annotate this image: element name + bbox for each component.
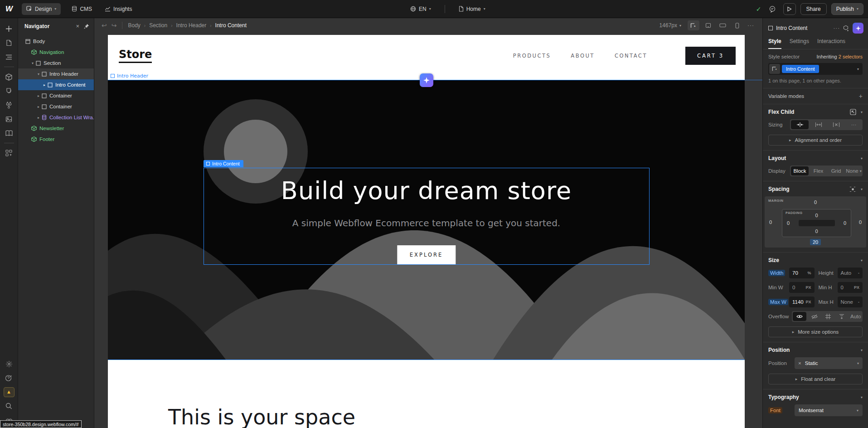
hero-subtitle[interactable]: A simple Webflow Ecommerce template to g…: [108, 218, 745, 229]
overflow-scroll-button[interactable]: [835, 311, 849, 322]
help-button[interactable]: [0, 371, 18, 385]
add-elements-button[interactable]: [0, 22, 18, 36]
chevron-down-icon[interactable]: ▾: [861, 110, 863, 114]
create-component-button[interactable]: [843, 25, 849, 31]
tree-item-container[interactable]: ▸ Container: [18, 90, 94, 101]
tab-style[interactable]: Style: [768, 38, 781, 49]
pages-button[interactable]: [0, 36, 18, 50]
tree-item-collection-list[interactable]: ▸ Collection List Wra...: [18, 112, 94, 123]
breadcrumb-intro-content[interactable]: Intro Content: [215, 22, 247, 29]
site-logo[interactable]: Store: [119, 48, 152, 63]
add-variable-mode-button[interactable]: +: [859, 92, 863, 100]
breakpoint-phone-landscape-button[interactable]: [717, 20, 728, 30]
undo-button[interactable]: ↩: [102, 22, 107, 29]
sizing-shrink-button[interactable]: [791, 120, 809, 129]
settings-button[interactable]: [0, 357, 18, 371]
width-input[interactable]: 70%: [789, 268, 815, 278]
tree-item-section[interactable]: ▾ Section: [18, 58, 94, 68]
padding-bottom-value[interactable]: 0: [782, 229, 851, 234]
tree-item-intro-header[interactable]: ▾ Intro Header: [18, 68, 94, 79]
breadcrumb-section[interactable]: Section: [149, 22, 167, 29]
hero-title[interactable]: Build your dream store: [108, 176, 745, 205]
breakpoint-desktop-button[interactable]: *: [688, 20, 699, 30]
class-selector-input[interactable]: * Intro Content ▾: [768, 63, 863, 75]
display-grid-button[interactable]: Grid: [827, 165, 845, 176]
chevron-down-icon[interactable]: ▾: [861, 187, 863, 191]
tree-item-container[interactable]: ▸ Container: [18, 101, 94, 112]
site-nav-contact[interactable]: CONTACT: [615, 53, 647, 59]
style-manager-button[interactable]: [0, 84, 18, 98]
display-flex-button[interactable]: Flex: [810, 165, 827, 176]
comments-button[interactable]: [766, 3, 779, 15]
float-clear-button[interactable]: ▸ Float and clear: [768, 374, 863, 384]
tree-item-newsletter[interactable]: Newsletter: [18, 123, 94, 134]
libraries-button[interactable]: [0, 126, 18, 140]
chevron-collapsed-icon[interactable]: ▸: [36, 105, 41, 109]
navigator-button[interactable]: [0, 50, 18, 64]
spacing-mode-icon[interactable]: [849, 186, 856, 192]
inherited-selectors-link[interactable]: 2 selectors: [839, 54, 863, 59]
viewport-width-dropdown[interactable]: 1467px ▾: [659, 22, 681, 29]
preview-button[interactable]: [783, 3, 796, 15]
tree-item-body[interactable]: Body: [18, 36, 94, 47]
clear-icon[interactable]: ×: [798, 360, 801, 366]
breadcrumb-intro-header[interactable]: Intro Header: [176, 22, 207, 29]
pin-icon[interactable]: [84, 24, 89, 29]
sizing-none-button[interactable]: [827, 119, 845, 130]
search-button[interactable]: [0, 399, 18, 413]
more-breakpoints-button[interactable]: ···: [747, 22, 754, 29]
padding-top-value[interactable]: 0: [782, 213, 851, 218]
share-button[interactable]: Share: [800, 3, 827, 15]
components-button[interactable]: [0, 70, 18, 84]
chevron-collapsed-icon[interactable]: ▸: [36, 94, 41, 98]
insights-button[interactable]: Insights: [100, 3, 136, 15]
max-width-input[interactable]: 1140PX: [789, 297, 815, 307]
height-input[interactable]: Auto-: [838, 268, 863, 278]
max-height-input[interactable]: None-: [838, 297, 863, 307]
chevron-collapsed-icon[interactable]: ▸: [36, 116, 41, 120]
chevron-down-icon[interactable]: ▾: [861, 395, 863, 399]
element-drag-handle[interactable]: [420, 73, 433, 87]
assets-button[interactable]: [0, 112, 18, 126]
overflow-auto-button[interactable]: Auto: [849, 311, 863, 322]
padding-left-value[interactable]: 0: [787, 220, 790, 226]
site-nav-products[interactable]: PRODUCTS: [513, 53, 551, 59]
chevron-down-icon[interactable]: ▾: [861, 348, 863, 352]
margin-bottom-value[interactable]: 20: [765, 239, 866, 245]
tab-interactions[interactable]: Interactions: [817, 38, 845, 49]
overflow-clip-button[interactable]: [821, 311, 835, 322]
breakpoint-tablet-button[interactable]: [702, 20, 714, 30]
chevron-down-icon[interactable]: ▾: [861, 156, 863, 160]
tree-item-footer[interactable]: Footer: [18, 134, 94, 145]
language-switcher[interactable]: EN ▾: [406, 3, 436, 15]
tab-settings[interactable]: Settings: [790, 38, 809, 49]
margin-left-value[interactable]: 0: [769, 219, 772, 225]
tree-item-navigation[interactable]: Navigation: [18, 47, 94, 58]
publish-button[interactable]: Publish ▾: [831, 3, 863, 15]
position-dropdown[interactable]: × Static ▾: [795, 357, 863, 369]
chevron-collapsed-icon[interactable]: ▸: [42, 83, 47, 87]
intro-header-tag[interactable]: Intro Header: [111, 73, 148, 79]
chevron-expanded-icon[interactable]: ▾: [30, 61, 35, 65]
chevron-expanded-icon[interactable]: ▾: [36, 72, 41, 76]
overflow-visible-button[interactable]: [793, 312, 806, 321]
min-width-input[interactable]: 0PX: [789, 282, 815, 293]
alignment-order-button[interactable]: ▸ Alignment and order: [768, 135, 863, 146]
more-size-options-button[interactable]: ▸ More size options: [768, 326, 863, 337]
site-nav-about[interactable]: ABOUT: [571, 53, 595, 59]
min-height-input[interactable]: 0PX: [838, 282, 863, 293]
close-icon[interactable]: ×: [76, 23, 79, 29]
font-dropdown[interactable]: Montserrat ▾: [795, 404, 863, 416]
intro-content-tag[interactable]: Intro Content: [204, 160, 243, 167]
variables-button[interactable]: [0, 98, 18, 112]
chevron-down-icon[interactable]: ▾: [861, 258, 863, 263]
breadcrumb-body[interactable]: Body: [128, 22, 140, 29]
margin-right-value[interactable]: 0: [859, 219, 862, 225]
explore-button[interactable]: EXPLORE: [397, 245, 456, 264]
hero-section[interactable]: Build your dream store A simple Webflow …: [108, 80, 745, 360]
apps-button[interactable]: [0, 146, 18, 160]
redo-button[interactable]: ↪: [112, 22, 117, 29]
ai-assistant-button[interactable]: [853, 23, 863, 34]
next-section-heading[interactable]: This is your space: [168, 405, 355, 428]
overflow-hidden-button[interactable]: [807, 311, 821, 322]
